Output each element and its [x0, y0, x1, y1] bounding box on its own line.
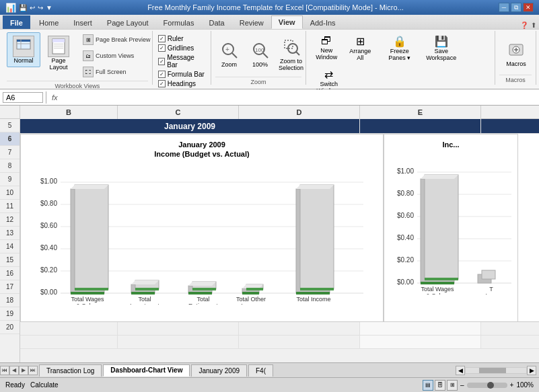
svg-text:$0.80: $0.80 — [397, 190, 414, 197]
svg-text:Total Wages: Total Wages — [71, 296, 104, 303]
app-icon: 💾 — [19, 4, 27, 11]
show-checkboxes: Ruler Gridlines Message Bar Formula — [157, 32, 207, 90]
custom-views-label: Custom Views — [96, 52, 134, 59]
row-6: 6 — [0, 132, 20, 146]
sheet-tab-january[interactable]: January 2009 — [191, 364, 247, 377]
macros-button[interactable]: Macros — [502, 36, 530, 71]
row-8-data — [20, 336, 539, 349]
ruler-checkbox[interactable]: Ruler — [158, 35, 205, 42]
row-10: 10 — [0, 186, 20, 200]
window-group: 🗗 NewWindow ⊞ ArrangeAll 🔒 FreezePanes ▾… — [306, 31, 495, 85]
cell-e8[interactable] — [360, 336, 481, 348]
ribbon-content: Normal PageLayout ⊞ Page Break Preview — [0, 30, 539, 89]
message-bar-checkbox[interactable]: Message Bar — [158, 54, 205, 69]
scroll-right[interactable]: ▶ — [527, 366, 536, 375]
formula-input[interactable] — [63, 93, 536, 102]
cell-d8[interactable] — [239, 336, 360, 348]
page-layout-label: PageLayout — [49, 57, 67, 71]
cell-b7[interactable] — [20, 322, 118, 335]
save-workspace-button[interactable]: 💾 SaveWorkspace — [423, 32, 460, 64]
zoom-selection-button[interactable]: Zoom toSelection — [277, 33, 306, 75]
right-chart-title: Inc... — [390, 140, 512, 149]
message-bar-check-icon — [158, 58, 166, 65]
ribbon-minimize[interactable]: ⬆ — [531, 22, 536, 29]
status-ready: Ready — [5, 381, 25, 389]
tab-add-ins[interactable]: Add-Ins — [303, 15, 343, 29]
tab-view[interactable]: View — [271, 15, 303, 29]
zoom-icon: + — [219, 40, 240, 61]
horizontal-scrollbar[interactable]: ◀ ▶ — [456, 366, 536, 375]
macros-icon — [505, 39, 527, 61]
zoom-100-button[interactable]: 100 100% — [246, 36, 275, 71]
full-screen-button[interactable]: ⛶ Full Screen — [79, 65, 154, 79]
gridlines-checkbox[interactable]: Gridlines — [158, 44, 205, 52]
svg-rect-1 — [17, 40, 30, 42]
arrange-all-icon: ⊞ — [356, 35, 365, 48]
minimize-button[interactable]: ─ — [499, 3, 509, 12]
svg-rect-48 — [188, 292, 212, 295]
zoom-out-btn[interactable]: – — [460, 381, 464, 389]
svg-text:Investment: Investment — [130, 303, 160, 305]
cell-c7[interactable] — [118, 322, 239, 335]
message-bar-label: Message Bar — [167, 54, 205, 69]
zoom-group: + Zoom 100 100% — [211, 31, 307, 85]
sheet-tab-dashboard[interactable]: Dashboard-Chart View — [103, 364, 190, 377]
arrange-all-button[interactable]: ⊞ ArrangeAll — [344, 32, 376, 64]
cell-e5[interactable] — [360, 119, 481, 133]
cell-e7[interactable] — [360, 322, 481, 335]
tab-data[interactable]: Data — [201, 15, 231, 29]
cell-b8[interactable] — [20, 336, 118, 348]
close-button[interactable]: ✕ — [523, 3, 534, 12]
normal-view-button[interactable]: Normal — [7, 32, 40, 67]
row-5: 5 — [0, 119, 20, 132]
freeze-panes-button[interactable]: 🔒 FreezePanes ▾ — [378, 32, 421, 64]
page-break-button[interactable]: ⊞ Page Break Preview — [79, 32, 154, 47]
zoom-group-label: Zoom — [215, 77, 302, 85]
new-window-button[interactable]: 🗗 NewWindow — [310, 32, 343, 63]
cell-c8[interactable] — [118, 336, 239, 348]
left-chart-title: January 2009 Income (Budget vs. Actual) — [26, 140, 378, 159]
zoom-slider[interactable] — [467, 383, 507, 388]
tab-home[interactable]: Home — [32, 15, 66, 29]
svg-text:T: T — [489, 286, 493, 292]
zoom-button[interactable]: + Zoom — [215, 36, 244, 71]
headings-checkbox[interactable]: Headings — [158, 80, 205, 87]
sheet-nav-next[interactable]: ▶ — [19, 366, 28, 375]
row-9: 9 — [0, 173, 20, 186]
restore-button[interactable]: ⧉ — [511, 3, 522, 12]
zoom-in-btn[interactable]: + — [510, 381, 514, 389]
sheet-tab-f4[interactable]: F4( — [248, 364, 273, 377]
redo-btn[interactable]: ↪ — [38, 4, 43, 11]
svg-text:+: + — [225, 46, 229, 53]
sheet-nav-first[interactable]: ⏮ — [0, 366, 9, 375]
cell-d7[interactable] — [239, 322, 360, 335]
scroll-track[interactable] — [465, 367, 527, 374]
tab-formulas[interactable]: Formulas — [156, 15, 202, 29]
svg-text:$0.00: $0.00 — [397, 278, 414, 286]
tab-insert[interactable]: Insert — [66, 15, 100, 29]
cell-reference-box[interactable] — [3, 92, 43, 103]
header-merged-cell[interactable]: January 2009 — [20, 119, 360, 133]
sheet-nav-last[interactable]: ⏭ — [28, 366, 38, 375]
status-left: Ready Calculate — [5, 381, 59, 389]
formula-bar-checkbox[interactable]: Formula Bar — [158, 71, 205, 78]
undo-btn[interactable]: ↩ — [30, 4, 35, 11]
tab-file[interactable]: File — [3, 15, 30, 29]
normal-view-mode[interactable]: ▤ — [423, 380, 433, 391]
svg-text:Inve: Inve — [485, 292, 497, 295]
sheet-tab-transaction-log[interactable]: Transaction Log — [39, 364, 102, 377]
svg-text:$0.60: $0.60 — [397, 212, 414, 219]
page-break-mode[interactable]: ⊞ — [447, 380, 458, 391]
sheet-nav-prev[interactable]: ◀ — [9, 366, 19, 375]
zoom-100-icon: 100 — [250, 40, 271, 61]
zoom-100-label: 100% — [252, 61, 268, 68]
page-layout-button[interactable]: PageLayout — [42, 32, 75, 74]
page-layout-mode[interactable]: 🗄 — [435, 380, 445, 391]
tab-review[interactable]: Review — [232, 15, 271, 29]
svg-text:$0.40: $0.40 — [40, 244, 57, 251]
ribbon-help[interactable]: ❓ — [520, 22, 528, 29]
scroll-left[interactable]: ◀ — [456, 366, 465, 375]
custom-views-button[interactable]: 🗂 Custom Views — [79, 48, 154, 63]
scroll-thumb[interactable] — [479, 368, 506, 373]
tab-page-layout[interactable]: Page Layout — [100, 15, 156, 29]
